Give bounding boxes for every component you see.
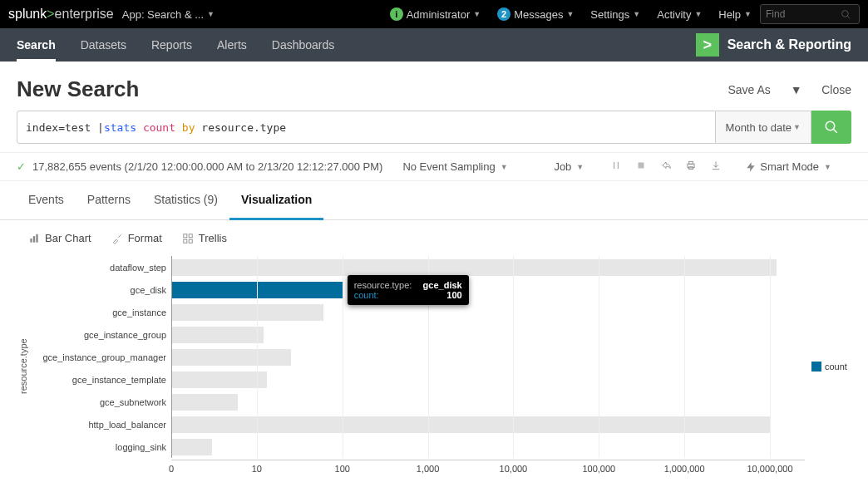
export-button[interactable] (710, 160, 722, 174)
svg-rect-14 (33, 236, 35, 243)
administrator-menu[interactable]: i Administrator▼ (390, 7, 481, 21)
chart-tooltip: resource.type:gce_diskcount:100 (348, 275, 469, 305)
chart-legend: count (805, 256, 851, 476)
x-tick: 1,000,000 (664, 464, 705, 474)
product-logo: splunk>enterprise (8, 7, 114, 22)
category-label: http_load_balancer (30, 413, 171, 435)
run-search-button[interactable] (811, 111, 851, 144)
activity-menu[interactable]: Activity▼ (657, 8, 702, 21)
format-button[interactable]: Format (111, 232, 162, 244)
svg-rect-7 (688, 164, 694, 168)
category-label: gce_instance_group_manager (30, 346, 171, 368)
x-tick: 1,000 (417, 464, 440, 474)
bar[interactable] (171, 394, 238, 411)
tab-statistics[interactable]: Statistics (9) (142, 181, 229, 219)
search-icon (824, 120, 839, 135)
y-axis-categories: dataflow_stepgce_diskgce_instancegce_ins… (30, 256, 171, 476)
nav-reports[interactable]: Reports (151, 38, 192, 52)
svg-rect-8 (689, 161, 693, 164)
global-find-input[interactable] (760, 4, 860, 24)
search-mode-menu[interactable]: Smart Mode▼ (745, 160, 831, 173)
stop-button[interactable] (635, 160, 647, 174)
bar[interactable] (171, 439, 212, 455)
category-label: gce_instance_group (30, 323, 171, 346)
legend-label: count (825, 362, 847, 372)
nav-datasets[interactable]: Datasets (81, 38, 126, 52)
bar[interactable] (171, 259, 777, 276)
x-tick: 10 (252, 464, 262, 474)
app-navbar: Search Datasets Reports Alerts Dashboard… (0, 28, 868, 62)
global-topbar: splunk>enterprise App: Search & ...▼ i A… (0, 0, 868, 28)
category-label: logging_sink (30, 435, 171, 458)
search-icon (841, 9, 851, 20)
job-menu[interactable]: Job▼ (554, 160, 584, 173)
chart-plot[interactable]: resource.type:gce_diskcount:100 (171, 256, 805, 458)
svg-line-1 (847, 16, 850, 18)
bolt-icon (745, 161, 757, 173)
tab-events[interactable]: Events (17, 181, 76, 219)
bar-chart-icon (28, 233, 40, 244)
x-axis: 0101001,00010,000100,0001,000,00010,000,… (171, 460, 805, 476)
svg-marker-12 (747, 162, 755, 172)
y-axis-label: resource.type (17, 256, 30, 476)
help-menu[interactable]: Help▼ (718, 8, 752, 21)
nav-alerts[interactable]: Alerts (217, 38, 247, 52)
tab-visualization[interactable]: Visualization (229, 181, 323, 220)
bar[interactable] (171, 327, 264, 343)
nav-dashboards[interactable]: Dashboards (272, 38, 335, 52)
messages-menu[interactable]: 2 Messages▼ (497, 7, 574, 21)
result-tabs: Events Patterns Statistics (9) Visualiza… (0, 181, 868, 220)
search-bar: index=test | stats count by resource.typ… (0, 111, 868, 152)
print-button[interactable] (685, 160, 697, 174)
category-label: gce_instance_template (30, 368, 171, 391)
event-count: ✓17,882,655 events (2/1/20 12:00:00.000 … (17, 160, 382, 173)
bar[interactable] (171, 304, 323, 321)
chart-area: resource.type dataflow_stepgce_diskgce_i… (0, 256, 868, 485)
svg-rect-17 (189, 234, 192, 237)
x-tick: 100 (335, 464, 350, 474)
app-icon: > (696, 33, 719, 57)
svg-point-2 (826, 121, 835, 130)
x-tick: 100,000 (582, 464, 615, 474)
page-title: New Search (17, 76, 139, 102)
legend-swatch (811, 362, 821, 372)
pause-button[interactable] (610, 160, 622, 174)
category-label: gce_disk (30, 278, 171, 301)
x-tick: 10,000 (500, 464, 528, 474)
app-name: Search & Reporting (727, 37, 851, 52)
search-input[interactable]: index=test | stats count by resource.typ… (17, 111, 716, 144)
svg-rect-18 (184, 239, 187, 243)
grid-icon (182, 233, 194, 244)
svg-rect-6 (639, 163, 644, 169)
bar[interactable] (171, 416, 770, 433)
chart-type-picker[interactable]: Bar Chart (28, 232, 91, 244)
info-icon: i (390, 7, 403, 21)
brush-icon (111, 233, 123, 244)
category-label: dataflow_step (30, 256, 171, 278)
nav-search[interactable]: Search (17, 38, 56, 62)
settings-menu[interactable]: Settings▼ (590, 8, 640, 21)
sampling-menu[interactable]: No Event Sampling▼ (402, 160, 507, 173)
time-range-picker[interactable]: Month to date▼ (716, 111, 811, 144)
category-label: gce_instance (30, 301, 171, 323)
svg-line-3 (833, 129, 837, 133)
bar[interactable] (171, 372, 267, 388)
job-status-bar: ✓17,882,655 events (2/1/20 12:00:00.000 … (0, 152, 868, 181)
app-selector[interactable]: App: Search & ...▼ (122, 8, 215, 21)
x-tick: 10,000,000 (747, 464, 792, 474)
bar[interactable] (171, 349, 291, 366)
svg-rect-19 (189, 239, 192, 243)
viz-toolbar: Bar Chart Format Trellis (0, 220, 868, 256)
category-label: gce_subnetwork (30, 391, 171, 413)
svg-rect-13 (30, 239, 32, 243)
tab-patterns[interactable]: Patterns (76, 181, 142, 219)
svg-point-0 (842, 10, 849, 17)
messages-count-badge: 2 (497, 7, 510, 21)
save-as-button[interactable]: Save As ▼ (711, 83, 801, 96)
share-button[interactable] (660, 160, 672, 174)
svg-rect-16 (184, 234, 187, 237)
trellis-button[interactable]: Trellis (182, 232, 227, 244)
x-tick: 0 (169, 464, 174, 474)
close-button[interactable]: Close (821, 83, 851, 96)
svg-rect-15 (36, 234, 37, 242)
